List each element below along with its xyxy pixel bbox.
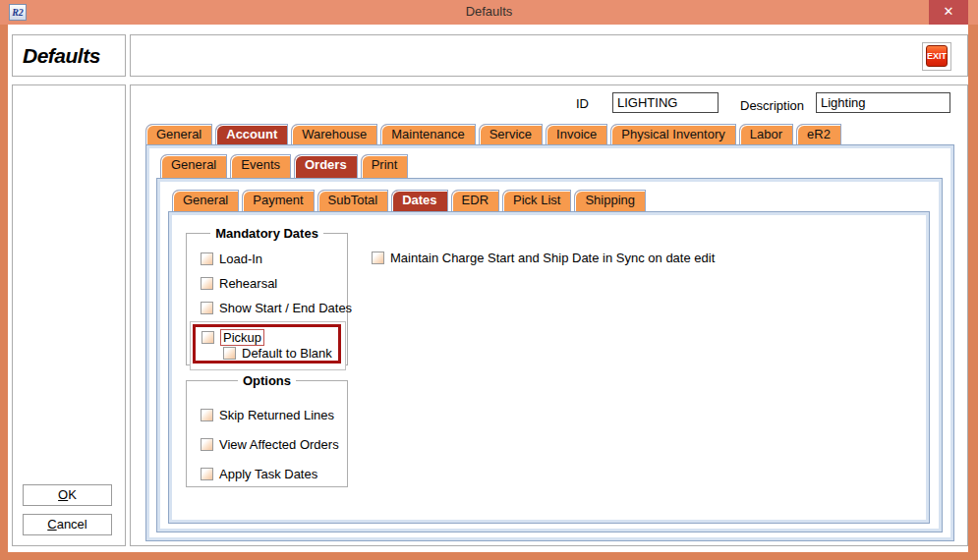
- ok-button-label: OK: [24, 485, 111, 505]
- page-title: Defaults: [13, 35, 125, 68]
- default-to-blank-label: Default to Blank: [242, 346, 332, 361]
- tab-orders-subtotal[interactable]: SubTotal: [317, 190, 389, 211]
- rehearsal-label: Rehearsal: [219, 276, 277, 291]
- cancel-button[interactable]: Cancel: [23, 514, 112, 535]
- window-title: Defaults: [0, 4, 978, 19]
- ok-button[interactable]: OK: [23, 484, 112, 506]
- tab-er2[interactable]: eR2: [796, 124, 841, 145]
- tab-orders-picklist[interactable]: Pick List: [502, 190, 571, 211]
- tab-account-events[interactable]: Events: [230, 154, 291, 178]
- dates-tab-page: Mandatory Dates Load-In Rehearsal: [168, 211, 930, 524]
- checkbox-row-view-affected: View Affected Orders: [201, 437, 339, 452]
- checkbox-row-skip-returned: Skip Returned Lines: [201, 408, 334, 422]
- panel-title-box: Defaults: [12, 34, 126, 77]
- orders-tab-page: General Payment SubTotal Dates EDR Pick …: [156, 178, 943, 532]
- apply-task-dates-label: Apply Task Dates: [219, 467, 317, 481]
- options-group: Options Skip Returned Lines View Affecte…: [186, 380, 348, 487]
- sync-dates-checkbox[interactable]: [372, 252, 384, 264]
- pickup-label: Pickup: [220, 329, 264, 346]
- tab-labor[interactable]: Labor: [739, 124, 793, 145]
- mandatory-dates-group-title: Mandatory Dates: [210, 226, 323, 241]
- tabrow-level2: General Events Orders Print: [160, 154, 411, 178]
- checkbox-row-apply-task: Apply Task Dates: [201, 467, 317, 481]
- mandatory-dates-group: Mandatory Dates Load-In Rehearsal: [186, 233, 348, 365]
- account-tab-page: General Events Orders Print General Paym…: [145, 144, 954, 541]
- view-affected-orders-label: View Affected Orders: [219, 437, 339, 452]
- tab-account-orders[interactable]: Orders: [294, 154, 358, 178]
- cancel-button-label: Cancel: [24, 515, 111, 534]
- skip-returned-lines-checkbox[interactable]: [201, 409, 213, 421]
- options-group-title: Options: [238, 373, 296, 388]
- view-affected-orders-checkbox[interactable]: [201, 438, 213, 451]
- sidebar: OK Cancel: [12, 84, 126, 546]
- tab-account[interactable]: Account: [215, 124, 288, 145]
- tab-general[interactable]: General: [145, 124, 212, 145]
- tab-physical-inventory[interactable]: Physical Inventory: [610, 124, 736, 145]
- titlebar: R2 Defaults ✕: [0, 0, 978, 25]
- checkbox-row-pickup: Pickup: [201, 329, 264, 346]
- window-body: Defaults EXIT OK Cancel ID Description: [8, 25, 968, 552]
- default-to-blank-checkbox[interactable]: [223, 347, 236, 360]
- main-panel: ID Description General Account Warehouse…: [130, 84, 968, 546]
- tab-orders-payment[interactable]: Payment: [242, 190, 314, 211]
- skip-returned-lines-label: Skip Returned Lines: [219, 408, 334, 422]
- sync-dates-label: Maintain Charge Start and Ship Date in S…: [390, 251, 715, 265]
- apply-task-dates-checkbox[interactable]: [201, 468, 213, 480]
- tab-orders-shipping[interactable]: Shipping: [574, 190, 646, 211]
- checkbox-row-default-to-blank: Default to Blank: [223, 346, 332, 361]
- pickup-subframe: Pickup Default to Blank: [190, 321, 346, 370]
- tab-service[interactable]: Service: [479, 124, 543, 145]
- show-start-end-dates-checkbox[interactable]: [201, 302, 213, 314]
- id-input[interactable]: [612, 92, 719, 113]
- checkbox-row-sync: Maintain Charge Start and Ship Date in S…: [372, 251, 715, 265]
- close-icon[interactable]: ✕: [929, 0, 968, 25]
- app-window: R2 Defaults ✕ Defaults EXIT OK Cancel ID: [0, 0, 978, 560]
- id-label: ID: [576, 96, 589, 111]
- load-in-label: Load-In: [219, 252, 262, 266]
- description-input[interactable]: [816, 92, 950, 113]
- exit-button[interactable]: EXIT: [926, 45, 948, 67]
- tabrow-level1: General Account Warehouse Maintenance Se…: [145, 124, 844, 145]
- rehearsal-checkbox[interactable]: [201, 277, 213, 290]
- pickup-highlight-border: Pickup Default to Blank: [193, 324, 341, 364]
- tabrow-level3: General Payment SubTotal Dates EDR Pick …: [172, 190, 649, 211]
- pickup-checkbox[interactable]: [201, 331, 214, 344]
- tab-invoice[interactable]: Invoice: [546, 124, 607, 145]
- tab-account-print[interactable]: Print: [361, 154, 409, 178]
- tab-account-general[interactable]: General: [160, 154, 227, 178]
- tab-warehouse[interactable]: Warehouse: [291, 124, 377, 145]
- checkbox-row-rehearsal: Rehearsal: [201, 276, 277, 291]
- show-start-end-dates-label: Show Start / End Dates: [219, 301, 352, 315]
- tab-orders-general[interactable]: General: [172, 190, 239, 211]
- tab-orders-edr[interactable]: EDR: [451, 190, 499, 211]
- checkbox-row-show-dates: Show Start / End Dates: [201, 301, 352, 315]
- checkbox-row-load-in: Load-In: [201, 252, 262, 266]
- exit-button-frame: EXIT: [922, 42, 951, 71]
- toolbar: EXIT: [130, 34, 968, 77]
- description-label: Description: [740, 98, 804, 113]
- tab-maintenance[interactable]: Maintenance: [380, 124, 475, 145]
- load-in-checkbox[interactable]: [201, 252, 213, 265]
- tab-orders-dates[interactable]: Dates: [391, 190, 447, 211]
